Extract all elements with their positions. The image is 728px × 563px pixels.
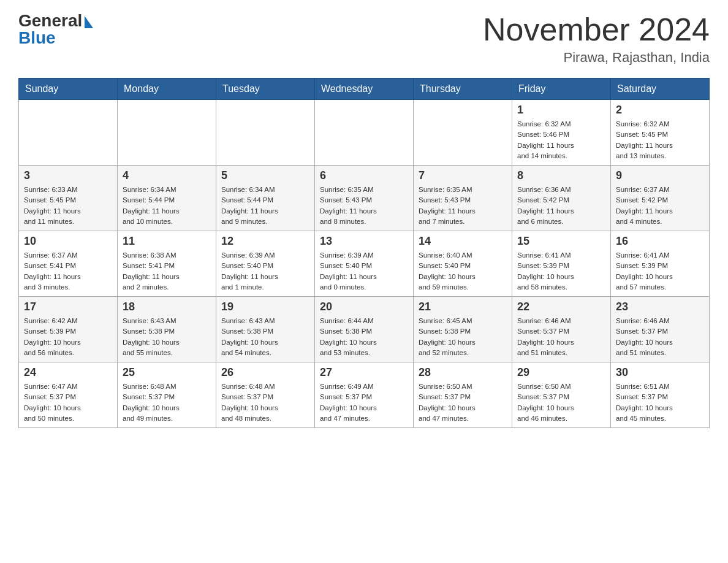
day-info: Sunrise: 6:37 AM Sunset: 5:42 PM Dayligh… — [616, 185, 704, 227]
calendar-cell: 17Sunrise: 6:42 AM Sunset: 5:39 PM Dayli… — [19, 297, 118, 362]
calendar-cell: 5Sunrise: 6:34 AM Sunset: 5:44 PM Daylig… — [216, 166, 315, 231]
calendar-title: November 2024 — [483, 12, 710, 47]
day-number: 30 — [616, 366, 704, 379]
day-info: Sunrise: 6:47 AM Sunset: 5:37 PM Dayligh… — [24, 381, 112, 424]
day-info: Sunrise: 6:48 AM Sunset: 5:37 PM Dayligh… — [221, 381, 309, 424]
calendar-cell: 12Sunrise: 6:39 AM Sunset: 5:40 PM Dayli… — [216, 231, 315, 297]
day-number: 5 — [221, 169, 309, 182]
weekday-header-monday: Monday — [118, 79, 216, 100]
day-info: Sunrise: 6:38 AM Sunset: 5:41 PM Dayligh… — [123, 250, 211, 293]
day-number: 24 — [24, 366, 112, 379]
day-number: 25 — [123, 366, 211, 379]
calendar-cell: 24Sunrise: 6:47 AM Sunset: 5:37 PM Dayli… — [19, 362, 118, 428]
calendar-cell: 4Sunrise: 6:34 AM Sunset: 5:44 PM Daylig… — [118, 166, 216, 231]
weekday-header-friday: Friday — [512, 79, 611, 100]
day-info: Sunrise: 6:46 AM Sunset: 5:37 PM Dayligh… — [517, 316, 605, 358]
weekday-header-tuesday: Tuesday — [216, 79, 315, 100]
calendar-cell: 10Sunrise: 6:37 AM Sunset: 5:41 PM Dayli… — [19, 231, 118, 297]
calendar-cell: 20Sunrise: 6:44 AM Sunset: 5:38 PM Dayli… — [315, 297, 414, 362]
day-info: Sunrise: 6:40 AM Sunset: 5:40 PM Dayligh… — [419, 250, 507, 293]
calendar-cell: 29Sunrise: 6:50 AM Sunset: 5:37 PM Dayli… — [512, 362, 611, 428]
day-info: Sunrise: 6:50 AM Sunset: 5:37 PM Dayligh… — [419, 381, 507, 424]
day-number: 11 — [123, 235, 211, 248]
title-block: November 2024 Pirawa, Rajasthan, India — [483, 12, 710, 66]
day-info: Sunrise: 6:45 AM Sunset: 5:38 PM Dayligh… — [419, 316, 507, 358]
day-number: 13 — [320, 235, 408, 248]
day-number: 20 — [320, 301, 408, 313]
day-info: Sunrise: 6:44 AM Sunset: 5:38 PM Dayligh… — [320, 316, 408, 358]
day-info: Sunrise: 6:41 AM Sunset: 5:39 PM Dayligh… — [517, 250, 605, 293]
page-header: General Blue November 2024 Pirawa, Rajas… — [18, 12, 710, 66]
day-number: 27 — [320, 366, 408, 379]
day-number: 10 — [24, 235, 112, 248]
calendar-cell: 3Sunrise: 6:33 AM Sunset: 5:45 PM Daylig… — [19, 166, 118, 231]
calendar-cell: 16Sunrise: 6:41 AM Sunset: 5:39 PM Dayli… — [611, 231, 710, 297]
calendar-cell — [414, 100, 512, 166]
calendar-cell: 22Sunrise: 6:46 AM Sunset: 5:37 PM Dayli… — [512, 297, 611, 362]
weekday-header-sunday: Sunday — [19, 79, 118, 100]
calendar-cell: 27Sunrise: 6:49 AM Sunset: 5:37 PM Dayli… — [315, 362, 414, 428]
day-number: 22 — [517, 301, 605, 313]
day-info: Sunrise: 6:34 AM Sunset: 5:44 PM Dayligh… — [221, 185, 309, 227]
day-number: 15 — [517, 235, 605, 248]
day-number: 2 — [616, 104, 704, 117]
calendar-table: SundayMondayTuesdayWednesdayThursdayFrid… — [18, 78, 710, 428]
day-info: Sunrise: 6:49 AM Sunset: 5:37 PM Dayligh… — [320, 381, 408, 424]
calendar-cell: 21Sunrise: 6:45 AM Sunset: 5:38 PM Dayli… — [414, 297, 512, 362]
calendar-cell: 26Sunrise: 6:48 AM Sunset: 5:37 PM Dayli… — [216, 362, 315, 428]
day-number: 16 — [616, 235, 704, 248]
day-number: 26 — [221, 366, 309, 379]
calendar-cell — [118, 100, 216, 166]
calendar-week-2: 3Sunrise: 6:33 AM Sunset: 5:45 PM Daylig… — [19, 166, 710, 231]
day-info: Sunrise: 6:41 AM Sunset: 5:39 PM Dayligh… — [616, 250, 704, 293]
calendar-cell: 25Sunrise: 6:48 AM Sunset: 5:37 PM Dayli… — [118, 362, 216, 428]
day-number: 3 — [24, 169, 112, 182]
day-info: Sunrise: 6:51 AM Sunset: 5:37 PM Dayligh… — [616, 381, 704, 424]
day-number: 6 — [320, 169, 408, 182]
calendar-week-1: 1Sunrise: 6:32 AM Sunset: 5:46 PM Daylig… — [19, 100, 710, 166]
day-number: 9 — [616, 169, 704, 182]
day-number: 29 — [517, 366, 605, 379]
weekday-header-thursday: Thursday — [414, 79, 512, 100]
weekday-header-wednesday: Wednesday — [315, 79, 414, 100]
calendar-cell: 28Sunrise: 6:50 AM Sunset: 5:37 PM Dayli… — [414, 362, 512, 428]
day-info: Sunrise: 6:46 AM Sunset: 5:37 PM Dayligh… — [616, 316, 704, 358]
day-info: Sunrise: 6:35 AM Sunset: 5:43 PM Dayligh… — [419, 185, 507, 227]
day-number: 12 — [221, 235, 309, 248]
day-number: 4 — [123, 169, 211, 182]
day-info: Sunrise: 6:35 AM Sunset: 5:43 PM Dayligh… — [320, 185, 408, 227]
calendar-cell — [315, 100, 414, 166]
calendar-cell: 15Sunrise: 6:41 AM Sunset: 5:39 PM Dayli… — [512, 231, 611, 297]
calendar-cell: 19Sunrise: 6:43 AM Sunset: 5:38 PM Dayli… — [216, 297, 315, 362]
calendar-cell: 9Sunrise: 6:37 AM Sunset: 5:42 PM Daylig… — [611, 166, 710, 231]
day-info: Sunrise: 6:32 AM Sunset: 5:45 PM Dayligh… — [616, 119, 704, 161]
day-info: Sunrise: 6:39 AM Sunset: 5:40 PM Dayligh… — [320, 250, 408, 293]
calendar-cell: 18Sunrise: 6:43 AM Sunset: 5:38 PM Dayli… — [118, 297, 216, 362]
day-number: 23 — [616, 301, 704, 313]
day-number: 28 — [419, 366, 507, 379]
calendar-week-4: 17Sunrise: 6:42 AM Sunset: 5:39 PM Dayli… — [19, 297, 710, 362]
logo: General Blue — [18, 12, 93, 47]
day-info: Sunrise: 6:48 AM Sunset: 5:37 PM Dayligh… — [123, 381, 211, 424]
day-info: Sunrise: 6:34 AM Sunset: 5:44 PM Dayligh… — [123, 185, 211, 227]
logo-general-text: General — [18, 12, 93, 29]
calendar-cell: 2Sunrise: 6:32 AM Sunset: 5:45 PM Daylig… — [611, 100, 710, 166]
day-number: 18 — [123, 301, 211, 313]
weekday-header-saturday: Saturday — [611, 79, 710, 100]
day-number: 1 — [517, 104, 605, 117]
day-info: Sunrise: 6:50 AM Sunset: 5:37 PM Dayligh… — [517, 381, 605, 424]
day-number: 7 — [419, 169, 507, 182]
calendar-cell: 14Sunrise: 6:40 AM Sunset: 5:40 PM Dayli… — [414, 231, 512, 297]
calendar-cell — [19, 100, 118, 166]
day-number: 19 — [221, 301, 309, 313]
day-info: Sunrise: 6:36 AM Sunset: 5:42 PM Dayligh… — [517, 185, 605, 227]
calendar-cell: 11Sunrise: 6:38 AM Sunset: 5:41 PM Dayli… — [118, 231, 216, 297]
day-number: 17 — [24, 301, 112, 313]
day-info: Sunrise: 6:43 AM Sunset: 5:38 PM Dayligh… — [221, 316, 309, 358]
calendar-week-3: 10Sunrise: 6:37 AM Sunset: 5:41 PM Dayli… — [19, 231, 710, 297]
calendar-cell: 30Sunrise: 6:51 AM Sunset: 5:37 PM Dayli… — [611, 362, 710, 428]
calendar-cell: 8Sunrise: 6:36 AM Sunset: 5:42 PM Daylig… — [512, 166, 611, 231]
calendar-cell: 13Sunrise: 6:39 AM Sunset: 5:40 PM Dayli… — [315, 231, 414, 297]
day-info: Sunrise: 6:37 AM Sunset: 5:41 PM Dayligh… — [24, 250, 112, 293]
calendar-cell: 23Sunrise: 6:46 AM Sunset: 5:37 PM Dayli… — [611, 297, 710, 362]
